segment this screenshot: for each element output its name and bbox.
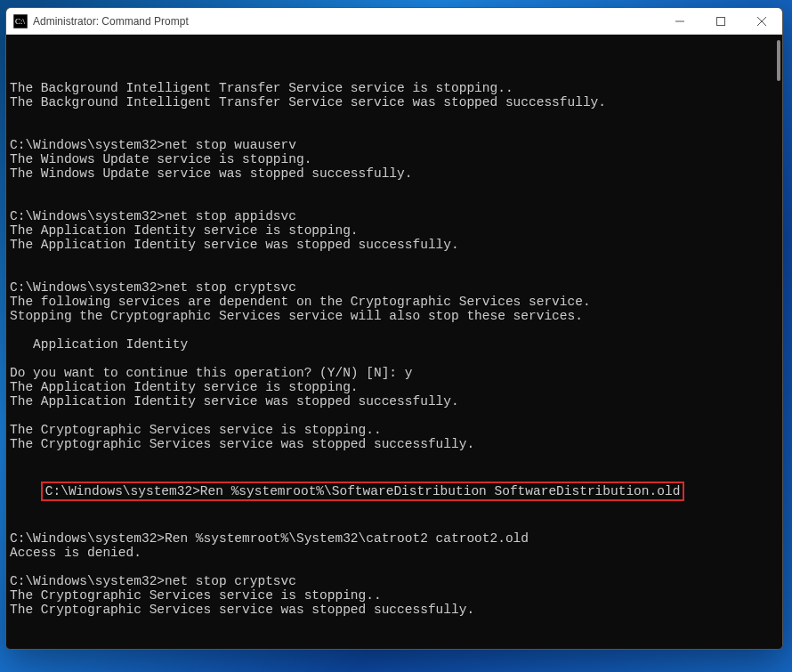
terminal-line: Application Identity — [10, 337, 782, 352]
close-button[interactable] — [741, 8, 782, 34]
terminal-line: C:\Windows\system32>net stop wuauserv — [10, 138, 782, 152]
command-prompt-window: C:\ Administrator: Command Prompt The Ba… — [5, 7, 783, 650]
terminal-line: The Windows Update service is stopping. — [10, 152, 782, 166]
terminal-line: The Cryptographic Services service was s… — [10, 437, 782, 451]
terminal-line — [10, 323, 782, 337]
terminal-line — [10, 409, 782, 423]
terminal-line — [10, 352, 782, 366]
terminal-line — [10, 517, 782, 531]
terminal-line: C:\Windows\system32>net stop appidsvc — [10, 209, 782, 223]
terminal-line: Do you want to continue this operation? … — [10, 366, 782, 380]
terminal-line: C:\Windows\system32>net stop cryptsvc — [10, 280, 782, 295]
terminal-line: C:\Windows\system32>net stop cryptsvc — [10, 574, 782, 588]
terminal-line — [10, 124, 782, 138]
terminal-line: The Application Identity service is stop… — [10, 380, 782, 394]
highlighted-command-1: C:\Windows\system32>Ren %systemroot%\Sof… — [41, 482, 685, 501]
terminal-line: The Windows Update service was stopped s… — [10, 166, 782, 181]
titlebar[interactable]: C:\ Administrator: Command Prompt — [6, 8, 782, 35]
minimize-button[interactable] — [659, 8, 700, 34]
terminal-line: The Cryptographic Services service is st… — [10, 423, 782, 437]
terminal-line — [10, 195, 782, 209]
terminal-line: The Cryptographic Services service was s… — [10, 603, 782, 617]
window-title: Administrator: Command Prompt — [33, 15, 659, 28]
cmd-icon: C:\ — [13, 14, 28, 28]
scrollbar-thumb[interactable] — [777, 40, 780, 81]
terminal-line: Stopping the Cryptographic Services serv… — [10, 309, 782, 323]
terminal-line: The Background Intelligent Transfer Serv… — [10, 81, 782, 95]
terminal-line: The Application Identity service was sto… — [10, 238, 782, 252]
terminal-line — [10, 252, 782, 266]
terminal-line: The following services are dependent on … — [10, 295, 782, 309]
terminal-line — [10, 181, 782, 195]
terminal-line — [10, 631, 782, 645]
terminal-line: C:\Windows\system32>Ren %systemroot%\Sys… — [10, 531, 782, 546]
terminal-line — [10, 109, 782, 124]
terminal-output[interactable]: The Background Intelligent Transfer Serv… — [6, 35, 782, 649]
svg-text:C:\: C:\ — [15, 17, 26, 26]
terminal-line — [10, 451, 782, 466]
svg-rect-3 — [717, 17, 725, 25]
terminal-line — [10, 617, 782, 631]
maximize-button[interactable] — [700, 8, 741, 34]
terminal-line: The Application Identity service is stop… — [10, 223, 782, 238]
terminal-line — [10, 560, 782, 574]
terminal-line: The Cryptographic Services service is st… — [10, 588, 782, 603]
terminal-line: Access is denied. — [10, 546, 782, 560]
terminal-line: The Background Intelligent Transfer Serv… — [10, 95, 782, 109]
terminal-line — [10, 266, 782, 280]
terminal-line: The Application Identity service was sto… — [10, 394, 782, 409]
window-controls — [659, 8, 782, 34]
